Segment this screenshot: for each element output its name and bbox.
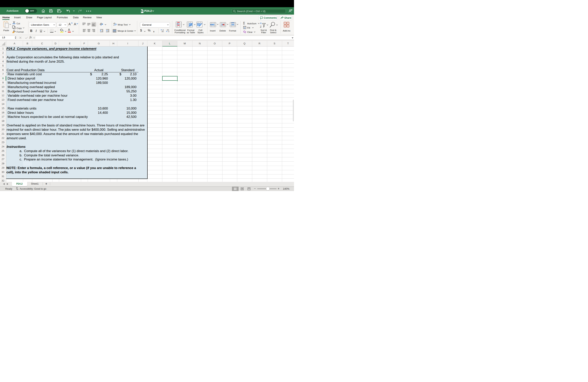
- svg-text:A: A: [260, 22, 262, 25]
- svg-text:X: X: [141, 10, 142, 12]
- svg-text:.00: .00: [161, 31, 164, 32]
- svg-text:c: c: [113, 24, 114, 26]
- svg-text:.0: .0: [168, 31, 169, 32]
- svg-text:Z: Z: [260, 25, 262, 28]
